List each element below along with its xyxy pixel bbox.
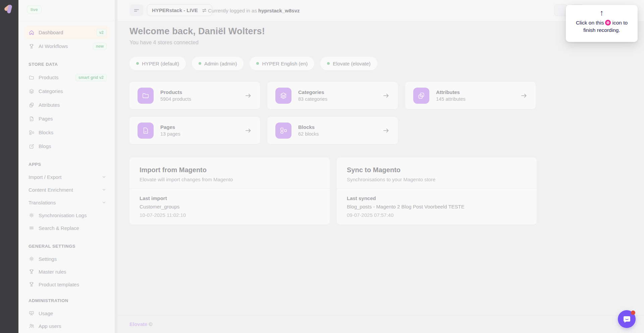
chevron-down-icon <box>101 187 107 192</box>
sidebar-section-main: Dashboard v2 AI Workflows new <box>24 26 110 53</box>
products-card[interactable]: Products 5904 products <box>129 82 260 109</box>
card-body: Last synced Blog_posts - Magento 2 Blog … <box>337 189 537 218</box>
sidebar-item-blogs[interactable]: Blogs <box>24 139 110 153</box>
store-chip-label: HYPER (default) <box>142 61 179 66</box>
footer-brand-link[interactable]: Elovate <box>129 321 147 327</box>
stat-card-title: Blocks <box>298 124 376 130</box>
sidebar-item-label: Attributes <box>39 102 107 108</box>
sidebar: live Dashboard v2 AI Workflows new STOR <box>18 0 117 333</box>
sidebar-item-dashboard[interactable]: Dashboard v2 <box>24 26 110 39</box>
login-prefix: Currently logged in as <box>208 8 257 13</box>
copy-icon <box>29 102 35 108</box>
swap-icon <box>201 7 207 13</box>
sidebar-item-label: AI Workflows <box>39 43 89 49</box>
attributes-card[interactable]: Attributes 145 attributes <box>405 82 536 109</box>
trophy-icon <box>29 43 35 49</box>
categories-card[interactable]: Categories 83 categories <box>267 82 398 109</box>
login-username: hyprstack_w8svz <box>258 8 300 13</box>
chevron-down-icon <box>101 200 107 205</box>
card-header: Sync to Magento Synchronisations to your… <box>337 157 537 189</box>
blocks-icon <box>275 123 291 139</box>
store-switcher[interactable]: HYPERstack - LIVE <box>147 4 212 16</box>
sidebar-item-label: Categories <box>39 88 107 94</box>
store-chip-elovate[interactable]: Elovate (elovate) <box>320 57 377 70</box>
new-badge: new <box>93 43 107 50</box>
sidebar-item-label: Translations <box>29 200 97 205</box>
layers-icon <box>275 88 291 104</box>
sidebar-item-import-export[interactable]: Import / Export <box>24 171 110 183</box>
stat-card-subtitle: 83 categories <box>298 96 376 102</box>
card-header: Import from Magento Elovate will import … <box>129 157 330 189</box>
section-header: ADMINISTRATION <box>24 294 110 307</box>
sidebar-item-label: Products <box>39 75 71 80</box>
sidebar-item-translations[interactable]: Translations <box>24 196 110 209</box>
live-environment-badge: live <box>27 5 42 14</box>
arrow-right-icon <box>245 92 252 99</box>
pages-card[interactable]: Pages 13 pages <box>129 117 260 144</box>
status-dot-icon <box>256 62 259 65</box>
sidebar-section-apps: APPS Import / Export Content Enrichment … <box>24 158 110 234</box>
stat-card-title: Categories <box>298 89 376 95</box>
sidebar-section-store-data: STORE DATA Products smart grid v2 Catego… <box>24 58 110 153</box>
up-arrow-icon: ↑ <box>600 8 604 17</box>
sidebar-item-products[interactable]: Products smart grid v2 <box>24 70 110 84</box>
sidebar-item-product-templates[interactable]: Product templates <box>24 278 110 291</box>
trophy-icon <box>29 269 35 275</box>
sidebar-section-administration: ADMINISTRATION Usage App users <box>24 294 110 332</box>
record-icon <box>605 20 611 26</box>
store-chip-label: HYPER English (en) <box>262 61 308 66</box>
store-chip-hyper-default[interactable]: HYPER (default) <box>129 57 186 70</box>
sidebar-section-general-settings: GENERAL SETTINGS Settings Master rules P… <box>24 240 110 291</box>
gear-icon <box>29 212 35 218</box>
folder-icon <box>138 88 154 104</box>
sidebar-item-master-rules[interactable]: Master rules <box>24 265 110 278</box>
tooltip-text: Click on thisicon to finish recording. <box>571 19 633 34</box>
sidebar-collapse-button[interactable] <box>130 4 143 16</box>
store-chip-hyper-english[interactable]: HYPER English (en) <box>250 57 314 70</box>
sidebar-item-label: Search & Replace <box>39 225 107 231</box>
sidebar-item-label: Synchronisation Logs <box>39 212 107 218</box>
store-chip-admin[interactable]: Admin (admin) <box>192 57 244 70</box>
stat-card-text: Categories 83 categories <box>298 89 376 102</box>
sidebar-item-label: Import / Export <box>29 174 97 180</box>
tooltip-text-before: Click on this <box>576 20 604 26</box>
users-icon <box>29 323 35 329</box>
sidebar-item-label: Blogs <box>39 143 107 149</box>
store-chips: HYPER (default) Admin (admin) HYPER Engl… <box>129 57 644 70</box>
finish-recording-tooltip: ↑ Click on thisicon to finish recording. <box>566 5 638 42</box>
store-chip-label: Admin (admin) <box>204 61 237 66</box>
trophy-icon <box>29 281 35 287</box>
gear-icon <box>29 256 35 262</box>
arrow-right-icon <box>382 127 390 134</box>
stat-card-title: Products <box>160 89 238 95</box>
sidebar-item-blocks[interactable]: Blocks <box>24 126 110 139</box>
sidebar-item-search-replace[interactable]: Search & Replace <box>24 222 110 234</box>
sidebar-item-pages[interactable]: Pages <box>24 112 110 126</box>
chat-widget-button[interactable] <box>618 310 636 328</box>
status-dot-icon <box>199 62 201 65</box>
sidebar-item-synchronisation-logs[interactable]: Synchronisation Logs <box>24 209 110 222</box>
card-title: Import from Magento <box>140 166 320 174</box>
section-header: APPS <box>24 158 110 171</box>
chat-bubble-icon <box>622 314 632 324</box>
sidebar-item-attributes[interactable]: Attributes <box>24 98 110 112</box>
blocks-icon <box>29 130 35 136</box>
sidebar-item-app-users[interactable]: App users <box>24 320 110 332</box>
sidebar-nav: Dashboard v2 AI Workflows new STORE DATA… <box>18 26 115 332</box>
header-action-button[interactable] <box>554 4 568 16</box>
lines-icon <box>29 225 35 231</box>
sidebar-item-categories[interactable]: Categories <box>24 84 110 98</box>
status-dot-icon <box>136 62 139 65</box>
left-rail <box>0 0 18 333</box>
sidebar-scrollbar[interactable] <box>115 0 117 333</box>
collapse-icon <box>133 7 140 14</box>
sidebar-item-usage[interactable]: Usage <box>24 307 110 320</box>
sidebar-item-ai-workflows[interactable]: AI Workflows new <box>24 39 110 53</box>
file-icon <box>138 123 154 139</box>
sidebar-item-content-enrichment[interactable]: Content Enrichment <box>24 183 110 196</box>
elovate-logo-icon[interactable] <box>4 4 14 15</box>
stat-card-subtitle: 62 blocks <box>298 131 376 137</box>
footer-divider <box>117 316 644 316</box>
sidebar-item-settings[interactable]: Settings <box>24 252 110 265</box>
blocks-card[interactable]: Blocks 62 blocks <box>267 117 398 144</box>
